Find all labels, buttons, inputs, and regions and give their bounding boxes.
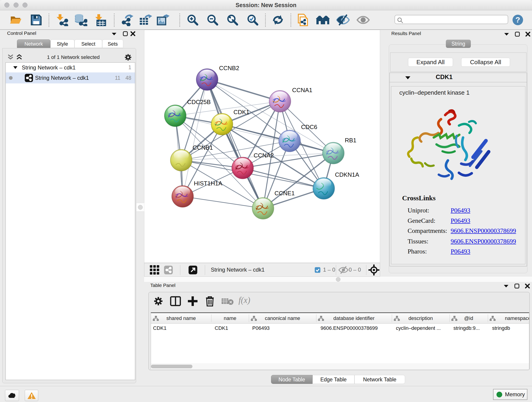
svg-text:CCNE1: CCNE1 xyxy=(274,190,295,197)
svg-text:?: ? xyxy=(515,15,520,24)
svg-text:CDC6: CDC6 xyxy=(301,123,317,130)
svg-text:CCNA2: CCNA2 xyxy=(254,152,274,159)
svg-text:RB1: RB1 xyxy=(345,137,356,144)
svg-text:CCNB1: CCNB1 xyxy=(193,144,213,151)
svg-text:CDC25B: CDC25B xyxy=(187,99,211,105)
svg-text:CCNB2: CCNB2 xyxy=(219,65,239,71)
svg-text:CDK1: CDK1 xyxy=(234,109,249,115)
svg-text:CDKN1A: CDKN1A xyxy=(335,171,359,178)
svg-text:CCNA1: CCNA1 xyxy=(292,87,312,94)
svg-text:HIST1H1A: HIST1H1A xyxy=(194,180,222,187)
